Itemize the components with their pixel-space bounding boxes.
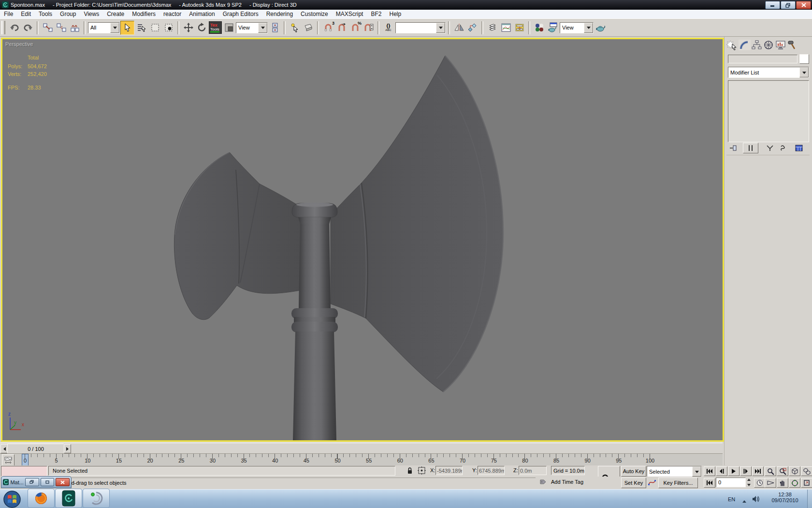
tray-expand-button[interactable] <box>742 498 746 503</box>
perspective-viewport[interactable]: z y x Perspective Total Polys: 504,672 V… <box>1 38 724 442</box>
edit-named-selection-sets-button[interactable]: {}ABC <box>382 21 395 34</box>
zoom-all-button[interactable] <box>777 466 788 476</box>
schematic-view-button[interactable] <box>513 21 526 34</box>
arc-rotate-button[interactable] <box>789 478 800 488</box>
quick-render-button[interactable] <box>594 21 607 34</box>
taskbar-teamspeak-button[interactable] <box>83 489 110 508</box>
key-filters-button[interactable]: Key Filters... <box>658 478 698 488</box>
align-button[interactable] <box>466 21 479 34</box>
go-to-start-button[interactable] <box>704 466 715 476</box>
dropdown-arrow-icon[interactable] <box>584 23 593 33</box>
time-slider-right-arrow[interactable] <box>64 444 71 453</box>
toolbar-grip[interactable] <box>1 21 5 34</box>
make-unique-button[interactable] <box>765 144 775 152</box>
zoom-extents-button[interactable] <box>789 466 800 476</box>
modifier-list-dropdown[interactable]: Modifier List <box>728 67 809 78</box>
taskbar-clock[interactable]: 12:38 09/07/2010 <box>769 492 800 503</box>
mini-close-button[interactable] <box>56 478 70 486</box>
time-slider-left-arrow[interactable] <box>0 444 8 453</box>
close-button[interactable] <box>796 1 811 9</box>
current-frame-field[interactable]: 0 <box>716 478 746 487</box>
menu-item-tools[interactable]: Tools <box>35 11 56 17</box>
mirror-button[interactable] <box>452 21 465 34</box>
y-coordinate-field[interactable]: 6745.889m <box>478 466 505 475</box>
volume-button[interactable] <box>752 495 760 504</box>
axe-model[interactable]: z y x <box>2 39 723 440</box>
redo-button[interactable] <box>21 21 34 34</box>
menu-item-views[interactable]: Views <box>80 11 103 17</box>
tab-hierarchy[interactable] <box>751 40 763 50</box>
start-button[interactable] <box>3 490 21 508</box>
default-in-out-tangents-button[interactable] <box>648 478 656 487</box>
taskbar-3dsmax-button[interactable] <box>55 489 82 508</box>
dropdown-arrow-icon[interactable] <box>258 23 267 33</box>
axe-left-blade[interactable] <box>174 152 301 320</box>
material-editor-button[interactable] <box>533 21 546 34</box>
tab-create[interactable] <box>726 40 739 50</box>
menu-item-group[interactable]: Group <box>56 11 80 17</box>
key-mode-toggle-button[interactable] <box>704 478 715 488</box>
next-frame-button[interactable] <box>740 466 752 476</box>
play-button[interactable] <box>728 466 740 476</box>
dropdown-arrow-icon[interactable] <box>799 67 809 77</box>
show-desktop-button[interactable] <box>807 490 812 508</box>
set-key-button[interactable]: Set Key <box>621 478 646 488</box>
dropdown-arrow-icon[interactable] <box>436 23 445 33</box>
select-and-manipulate-button[interactable] <box>288 21 301 34</box>
pan-view-button[interactable] <box>777 478 788 488</box>
snap-toggle-3d-button[interactable]: 3 <box>321 21 334 34</box>
menu-item-rendering[interactable]: Rendering <box>262 11 297 17</box>
select-and-move-button[interactable] <box>182 21 195 34</box>
menu-item-animation[interactable]: Animation <box>185 11 218 17</box>
select-and-link-button[interactable] <box>41 21 54 34</box>
time-configuration-button[interactable] <box>754 478 766 488</box>
language-indicator[interactable]: EN <box>728 496 735 502</box>
select-by-name-button[interactable] <box>135 21 148 34</box>
pin-stack-button[interactable] <box>728 144 738 152</box>
absolute-mode-toggle[interactable] <box>418 466 427 475</box>
menu-item-create[interactable]: Create <box>103 11 128 17</box>
dropdown-arrow-icon[interactable] <box>692 466 701 477</box>
menu-item-help[interactable]: Help <box>385 11 405 17</box>
keyboard-shortcut-override-button[interactable] <box>302 21 315 34</box>
select-object-button[interactable] <box>120 21 134 35</box>
add-time-tag[interactable]: Add Time Tag <box>551 479 583 485</box>
mini-restore-button[interactable] <box>25 478 39 486</box>
remove-modifier-button[interactable] <box>778 144 787 152</box>
minimize-button[interactable] <box>765 1 780 9</box>
zoom-viewport-button[interactable] <box>765 466 776 476</box>
material-editor-mini-window[interactable]: Mat... <box>1 476 72 488</box>
use-pivot-point-center-button[interactable] <box>268 21 281 34</box>
menu-item-maxscript[interactable]: MAXScript <box>332 11 367 17</box>
frame-spinner[interactable] <box>746 478 752 487</box>
show-end-result-button[interactable] <box>743 143 758 153</box>
curve-editor-button[interactable] <box>499 21 512 34</box>
viewport-label[interactable]: Perspective <box>5 41 33 47</box>
key-mode-dropdown[interactable]: Selected <box>647 466 702 477</box>
tab-motion[interactable] <box>763 40 775 50</box>
time-slider-track[interactable]: 0 / 100 <box>0 443 723 454</box>
maximize-viewport-toggle[interactable] <box>801 478 812 488</box>
dropdown-arrow-icon[interactable] <box>110 23 119 33</box>
modifier-stack-list[interactable] <box>728 80 809 142</box>
object-name-field[interactable] <box>728 55 798 63</box>
named-selection-sets-dropdown[interactable] <box>395 22 446 33</box>
select-and-scale-button[interactable] <box>222 21 235 34</box>
percent-snap-button[interactable]: % <box>348 21 362 34</box>
reference-coordinate-dropdown[interactable]: View <box>236 22 268 33</box>
taskbar-firefox-button[interactable] <box>28 489 55 508</box>
textools-button[interactable]: TexTools <box>209 21 222 34</box>
render-type-dropdown[interactable]: View <box>560 22 594 33</box>
mini-minimize-button[interactable] <box>41 478 55 486</box>
configure-modifier-sets-button[interactable] <box>794 144 804 152</box>
field-of-view-button[interactable] <box>765 478 776 488</box>
rectangular-selection-region-button[interactable] <box>148 21 161 34</box>
z-coordinate-field[interactable]: 0.0m <box>519 466 547 475</box>
track-bar[interactable]: 0510152025303540455055606570758085909510… <box>0 453 723 466</box>
select-and-rotate-button[interactable] <box>195 21 208 34</box>
object-color-swatch[interactable] <box>799 54 809 64</box>
menu-item-bf2[interactable]: BF2 <box>367 11 385 17</box>
auto-key-button[interactable]: Auto Key <box>621 466 646 477</box>
menu-item-graph-editors[interactable]: Graph Editors <box>219 11 262 17</box>
render-scene-button[interactable] <box>546 21 559 34</box>
